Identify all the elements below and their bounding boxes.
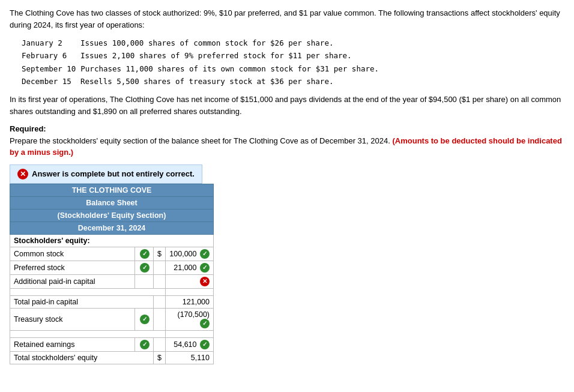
bs-title1: THE CLOTHING COVE <box>10 184 214 196</box>
bs-spacer <box>10 288 166 295</box>
bs-row-icon: ✓ <box>135 337 154 351</box>
bs-title3: (Stockholders' Equity Section) <box>10 209 214 222</box>
row-check-icon: ✓ <box>140 249 150 259</box>
bs-row-label: Total stockholders' equity <box>10 351 154 364</box>
balance-sheet-container: THE CLOTHING COVE Balance Sheet (Stockho… <box>10 184 214 364</box>
bs-row-dollar <box>154 308 166 330</box>
bs-row-dollar <box>154 337 166 351</box>
required-instruction: Prepare the stockholders' equity section… <box>10 136 390 145</box>
tx-date-2: February 6 <box>22 49 76 62</box>
bs-title4: December 31, 2024 <box>10 222 214 234</box>
bs-data-row: Total paid-in capital 121,000 <box>10 295 214 308</box>
bs-data-row: Common stock ✓ $ 100,000 ✓ <box>10 247 214 261</box>
bs-row-dollar: $ <box>154 247 166 261</box>
bs-row-dollar: $ <box>154 351 166 364</box>
bs-row-label: Preferred stock <box>10 261 135 274</box>
value-cross-icon: ✕ <box>200 277 210 286</box>
bs-row-icon: ✓ <box>135 261 154 274</box>
bs-row-icon: ✓ <box>135 308 154 330</box>
bs-data-row: Total stockholders' equity $ 5,110 <box>10 351 214 364</box>
bs-row-label: Retained earnings <box>10 337 135 351</box>
bs-row-value: 54,610 ✓ <box>166 337 214 351</box>
row-check-icon: ✓ <box>140 315 150 324</box>
row-check-icon: ✓ <box>140 263 150 273</box>
tx-desc-1: Issues 100,000 shares of common stock fo… <box>80 37 333 49</box>
bs-row-label: Common stock <box>10 247 135 261</box>
value-check-icon: ✓ <box>200 340 210 349</box>
bs-row-label: Treasury stock <box>10 308 135 330</box>
bs-data-row: Additional paid-in capital ✕ <box>10 274 214 288</box>
transaction-row-1: January 2 Issues 100,000 shares of commo… <box>22 37 564 49</box>
tx-desc-3: Purchases 11,000 shares of its own commo… <box>80 62 379 75</box>
balance-sheet-table: THE CLOTHING COVE Balance Sheet (Stockho… <box>10 184 214 364</box>
tx-date-4: December 15 <box>22 75 76 88</box>
bs-data-row <box>10 288 214 295</box>
bs-row-value: 100,000 ✓ <box>166 247 214 261</box>
answer-status-box: ✕ Answer is complete but not entirely co… <box>10 164 202 184</box>
bs-row-value: 21,000 ✓ <box>166 261 214 274</box>
required-body: Required: Prepare the stockholders' equi… <box>10 123 564 158</box>
tx-date-3: September 10 <box>22 62 76 75</box>
answer-status-icon: ✕ <box>17 169 28 179</box>
bs-row-value: 121,000 <box>166 295 214 308</box>
transaction-row-2: February 6 Issues 2,100 shares of 9% pre… <box>22 49 564 62</box>
tx-date-1: January 2 <box>22 37 76 49</box>
bs-row-icon <box>135 274 154 288</box>
value-check-icon: ✓ <box>200 263 210 273</box>
bs-row-dollar <box>154 295 166 308</box>
value-check-icon: ✓ <box>200 249 210 259</box>
bs-title2: Balance Sheet <box>10 196 214 209</box>
bs-row-value: 5,110 <box>166 351 214 364</box>
transaction-row-3: September 10 Purchases 11,000 shares of … <box>22 62 564 75</box>
tx-desc-4: Resells 5,500 shares of treasury stock a… <box>80 75 333 88</box>
bs-row-value: ✕ <box>166 274 214 288</box>
bs-section-label: Stockholders' equity: <box>10 234 214 247</box>
bs-row-label: Additional paid-in capital <box>10 274 135 288</box>
income-paragraph: In its first year of operations, The Clo… <box>10 94 564 117</box>
required-label: Required: <box>10 124 46 133</box>
value-check-icon: ✓ <box>200 319 210 328</box>
intro-paragraph1: The Clothing Cove has two classes of sto… <box>10 7 564 31</box>
bs-row-icon: ✓ <box>135 247 154 261</box>
transactions-table: January 2 Issues 100,000 shares of commo… <box>22 37 564 88</box>
transaction-row-4: December 15 Resells 5,500 shares of trea… <box>22 75 564 88</box>
tx-desc-2: Issues 2,100 shares of 9% preferred stoc… <box>80 49 352 62</box>
bs-data-row: Treasury stock ✓ (170,500) ✓ <box>10 308 214 330</box>
answer-status-text: Answer is complete but not entirely corr… <box>32 169 195 178</box>
bs-data-row: Retained earnings ✓ 54,610 ✓ <box>10 337 214 351</box>
row-check-icon: ✓ <box>140 340 150 349</box>
required-section: Required: Prepare the stockholders' equi… <box>10 123 564 158</box>
bs-data-row <box>10 330 214 337</box>
bs-row-value: (170,500) ✓ <box>166 308 214 330</box>
bs-data-row: Preferred stock ✓ 21,000 ✓ <box>10 261 214 274</box>
bs-row-dollar <box>154 261 166 274</box>
bs-spacer-val <box>166 330 214 337</box>
bs-spacer-val <box>166 288 214 295</box>
bs-row-dollar <box>154 274 166 288</box>
bs-section-label-row: Stockholders' equity: <box>10 234 214 247</box>
bs-spacer <box>10 330 166 337</box>
bs-row-label: Total paid-in capital <box>10 295 154 308</box>
